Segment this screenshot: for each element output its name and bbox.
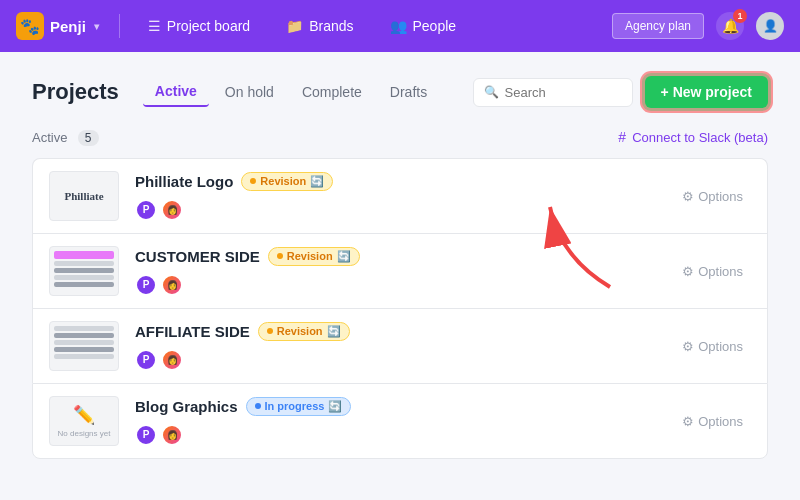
table-row: ✏️ No designs yet Blog Graphics In progr… — [32, 383, 768, 459]
options-button[interactable]: ⚙ Options — [674, 335, 751, 358]
options-label: Options — [698, 264, 743, 279]
brands-label: Brands — [309, 18, 353, 34]
options-button[interactable]: ⚙ Options — [674, 410, 751, 433]
main-content: Projects Active On hold Complete Drafts … — [0, 52, 800, 483]
new-project-button[interactable]: + New project — [645, 76, 768, 108]
tab-on-hold[interactable]: On hold — [213, 78, 286, 106]
brands-icon: 📁 — [286, 18, 303, 34]
status-dot — [267, 328, 273, 334]
project-name-row: CUSTOMER SIDE Revision 🔄 — [135, 247, 658, 266]
status-label: Revision — [287, 250, 333, 262]
avatar: P — [135, 349, 157, 371]
tab-active[interactable]: Active — [143, 77, 209, 107]
project-board-label: Project board — [167, 18, 250, 34]
no-design-icon: ✏️ — [73, 404, 95, 426]
gear-icon: ⚙ — [682, 189, 694, 204]
thumb-bar — [54, 251, 114, 259]
status-dot — [277, 253, 283, 259]
thumb-bar — [54, 275, 114, 280]
connect-slack-label: Connect to Slack (beta) — [632, 130, 768, 145]
logo[interactable]: 🐾 Penji ▾ — [16, 12, 99, 40]
tab-drafts[interactable]: Drafts — [378, 78, 439, 106]
notification-button[interactable]: 🔔 1 — [716, 12, 744, 40]
project-info: Blog Graphics In progress 🔄 P 👩 — [135, 397, 658, 446]
active-row: Active 5 # Connect to Slack (beta) — [32, 128, 768, 146]
table-row: CUSTOMER SIDE Revision 🔄 P 👩 ⚙ Options — [32, 233, 768, 308]
logo-icon: 🐾 — [16, 12, 44, 40]
revision-icon: 🔄 — [337, 250, 351, 263]
status-badge: Revision 🔄 — [268, 247, 360, 266]
project-avatars: P 👩 — [135, 274, 658, 296]
logo-chevron-icon: ▾ — [94, 21, 99, 32]
nav-item-brands[interactable]: 📁 Brands — [278, 14, 361, 38]
status-label: In progress — [265, 400, 325, 412]
thumb-bar — [54, 340, 114, 345]
project-list: Philliate Philliate Logo Revision 🔄 P 👩 — [32, 158, 768, 459]
project-info: Philliate Logo Revision 🔄 P 👩 — [135, 172, 658, 221]
gear-icon: ⚙ — [682, 414, 694, 429]
top-navigation: 🐾 Penji ▾ ☰ Project board 📁 Brands 👥 Peo… — [0, 0, 800, 52]
nav-divider — [119, 14, 120, 38]
nav-item-project-board[interactable]: ☰ Project board — [140, 14, 258, 38]
project-thumbnail — [49, 321, 119, 371]
thumb-bar — [54, 282, 114, 287]
header-right: 🔍 + New project — [473, 76, 768, 108]
project-name-row: Philliate Logo Revision 🔄 — [135, 172, 658, 191]
active-label: Active — [32, 130, 67, 145]
thumbnail-logo: Philliate — [64, 172, 103, 220]
people-label: People — [413, 18, 457, 34]
nav-item-people[interactable]: 👥 People — [382, 14, 465, 38]
notification-badge: 1 — [733, 9, 747, 23]
options-button[interactable]: ⚙ Options — [674, 260, 751, 283]
table-row: Philliate Philliate Logo Revision 🔄 P 👩 — [32, 158, 768, 233]
project-name-row: AFFILIATE SIDE Revision 🔄 — [135, 322, 658, 341]
people-icon: 👥 — [390, 18, 407, 34]
options-label: Options — [698, 339, 743, 354]
thumb-bar — [54, 354, 114, 359]
project-name-row: Blog Graphics In progress 🔄 — [135, 397, 658, 416]
thumb-bar — [54, 333, 114, 338]
table-row: AFFILIATE SIDE Revision 🔄 P 👩 ⚙ Options — [32, 308, 768, 383]
avatar: P — [135, 274, 157, 296]
status-label: Revision — [277, 325, 323, 337]
agency-plan-button[interactable]: Agency plan — [612, 13, 704, 39]
thumb-bar — [54, 347, 114, 352]
tab-navigation: Active On hold Complete Drafts — [143, 77, 439, 107]
status-badge: Revision 🔄 — [258, 322, 350, 341]
avatar: 👩 — [161, 274, 183, 296]
project-avatars: P 👩 — [135, 424, 658, 446]
no-design-text: No designs yet — [58, 429, 111, 438]
status-dot — [255, 403, 261, 409]
project-board-icon: ☰ — [148, 18, 161, 34]
thumbnail-content — [50, 247, 118, 295]
thumb-bar — [54, 268, 114, 273]
project-name: Blog Graphics — [135, 398, 238, 415]
avatar: 👩 — [161, 199, 183, 221]
active-count-badge: 5 — [78, 130, 99, 146]
thumbnail-no-design: ✏️ No designs yet — [58, 397, 111, 445]
thumb-bar — [54, 261, 114, 266]
logo-label: Penji — [50, 18, 86, 35]
slack-icon: # — [618, 129, 626, 145]
page-title: Projects — [32, 79, 119, 105]
gear-icon: ⚙ — [682, 264, 694, 279]
project-name: AFFILIATE SIDE — [135, 323, 250, 340]
search-box[interactable]: 🔍 — [473, 78, 633, 107]
project-thumbnail: ✏️ No designs yet — [49, 396, 119, 446]
progress-icon: 🔄 — [328, 400, 342, 413]
tab-complete[interactable]: Complete — [290, 78, 374, 106]
project-avatars: P 👩 — [135, 199, 658, 221]
thumb-bar — [54, 326, 114, 331]
gear-icon: ⚙ — [682, 339, 694, 354]
project-name: Philliate Logo — [135, 173, 233, 190]
avatar: P — [135, 424, 157, 446]
avatar: 👩 — [161, 349, 183, 371]
search-input[interactable] — [505, 85, 622, 100]
options-button[interactable]: ⚙ Options — [674, 185, 751, 208]
status-label: Revision — [260, 175, 306, 187]
project-info: CUSTOMER SIDE Revision 🔄 P 👩 — [135, 247, 658, 296]
thumbnail-content — [50, 322, 118, 370]
connect-slack-button[interactable]: # Connect to Slack (beta) — [618, 129, 768, 145]
user-avatar[interactable]: 👤 — [756, 12, 784, 40]
project-thumbnail — [49, 246, 119, 296]
